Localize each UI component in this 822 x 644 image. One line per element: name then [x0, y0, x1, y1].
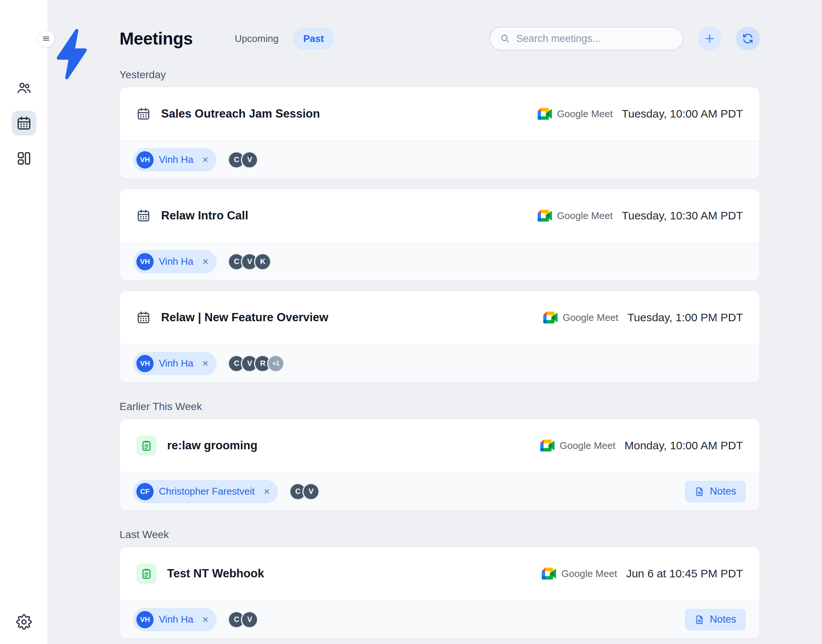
- plus-icon: [704, 32, 716, 44]
- notes-icon: [137, 435, 157, 456]
- meeting-card-header: Relaw Intro Call Google Meet Tuesday, 10…: [120, 189, 759, 242]
- sidebar-toggle-button[interactable]: [37, 30, 55, 47]
- participant-avatar: V: [241, 611, 258, 628]
- attendee-chip-name: Christopher Farestveit: [159, 486, 255, 497]
- notes-button[interactable]: Notes: [685, 481, 746, 503]
- attendee-chip[interactable]: CF Christopher Farestveit ×: [134, 480, 278, 503]
- meeting-card-footer: VH Vinh Ha × C V: [120, 140, 759, 179]
- participant-avatar: K: [254, 253, 271, 270]
- meeting-card[interactable]: Relaw | New Feature Overview Google Meet…: [120, 291, 760, 383]
- section-label: Earlier This Week: [120, 401, 760, 412]
- meeting-title: Sales Outreach Jam Session: [161, 107, 320, 121]
- meeting-time: Tuesday, 10:00 AM PDT: [622, 107, 743, 120]
- attendee-chip-avatar: VH: [137, 611, 154, 628]
- meeting-card[interactable]: Sales Outreach Jam Session Google Meet T…: [120, 87, 760, 179]
- refresh-button[interactable]: [736, 27, 760, 51]
- tab-upcoming[interactable]: Upcoming: [224, 28, 289, 50]
- remove-attendee-icon[interactable]: ×: [202, 155, 208, 165]
- gear-icon: [16, 614, 32, 630]
- participant-avatars: C V: [228, 151, 258, 169]
- meeting-card[interactable]: Test NT Webhook Google Meet Jun 6 at 10:…: [120, 547, 760, 639]
- meeting-card-footer: CF Christopher Farestveit × C V Notes: [120, 472, 759, 510]
- attendee-chip-avatar: VH: [137, 253, 154, 270]
- meeting-provider: Google Meet: [561, 568, 617, 580]
- attendee-chip-avatar: VH: [137, 151, 154, 169]
- calendar-icon: [137, 209, 151, 223]
- people-icon: [16, 80, 32, 96]
- remove-attendee-icon[interactable]: ×: [264, 486, 270, 497]
- calendar-icon: [16, 115, 32, 131]
- meeting-card-footer: VH Vinh Ha × C V Notes: [120, 600, 759, 638]
- participant-avatars: C V: [228, 611, 258, 628]
- refresh-icon: [742, 32, 754, 44]
- attendee-chip-name: Vinh Ha: [159, 154, 193, 166]
- meeting-provider: Google Meet: [563, 312, 619, 324]
- page-header: Meetings Upcoming Past: [120, 26, 760, 51]
- attendee-chip-name: Vinh Ha: [159, 357, 193, 369]
- sidebar-nav: [12, 76, 36, 171]
- attendee-chip[interactable]: VH Vinh Ha ×: [134, 250, 217, 273]
- google-meet-icon: [543, 311, 558, 324]
- meeting-card-header: Sales Outreach Jam Session Google Meet T…: [120, 87, 759, 140]
- meeting-time: Jun 6 at 10:45 PM PDT: [626, 567, 743, 580]
- main-content: Meetings Upcoming Past Yesterday Sales O…: [48, 0, 822, 639]
- attendee-chip-avatar: CF: [137, 483, 154, 500]
- tab-past[interactable]: Past: [293, 28, 334, 50]
- notes-button-label: Notes: [710, 486, 736, 497]
- meeting-card[interactable]: re:law grooming Google Meet Monday, 10:0…: [120, 419, 760, 511]
- meeting-title: Relaw | New Feature Overview: [161, 311, 328, 324]
- sidebar-item-boards[interactable]: [12, 146, 36, 171]
- meeting-time: Tuesday, 10:30 AM PDT: [622, 209, 743, 222]
- kanban-icon: [16, 150, 32, 166]
- remove-attendee-icon[interactable]: ×: [202, 256, 208, 267]
- attendee-chip[interactable]: VH Vinh Ha ×: [134, 352, 217, 375]
- google-meet-icon: [538, 108, 552, 120]
- remove-attendee-icon[interactable]: ×: [202, 615, 208, 625]
- meeting-card-header: Test NT Webhook Google Meet Jun 6 at 10:…: [120, 547, 759, 600]
- attendee-chip[interactable]: VH Vinh Ha ×: [134, 148, 217, 172]
- meeting-title: re:law grooming: [167, 439, 257, 452]
- participant-avatar: V: [241, 151, 258, 169]
- search-icon: [500, 33, 510, 44]
- sidebar-item-meetings[interactable]: [12, 111, 36, 135]
- search-box[interactable]: [489, 27, 684, 51]
- attendee-chip-name: Vinh Ha: [159, 614, 193, 625]
- add-meeting-button[interactable]: [698, 27, 722, 51]
- sidebar-item-people[interactable]: [12, 76, 36, 100]
- attendee-chip[interactable]: VH Vinh Ha ×: [134, 608, 217, 631]
- settings-button[interactable]: [12, 610, 36, 634]
- meeting-card-header: Relaw | New Feature Overview Google Meet…: [120, 291, 759, 344]
- google-meet-icon: [542, 567, 556, 580]
- notes-button[interactable]: Notes: [685, 609, 746, 630]
- meeting-card[interactable]: Relaw Intro Call Google Meet Tuesday, 10…: [120, 189, 760, 281]
- hamburger-icon: [42, 34, 50, 43]
- participant-avatars: C V K: [228, 253, 271, 270]
- notes-icon: [137, 563, 157, 584]
- attendee-chip-name: Vinh Ha: [159, 256, 193, 267]
- participant-avatars: C V: [289, 483, 320, 500]
- section-label: Last Week: [120, 529, 760, 541]
- meeting-time: Tuesday, 1:00 PM PDT: [628, 311, 743, 324]
- meetings-tabs: Upcoming Past: [224, 28, 334, 50]
- document-icon: [694, 615, 704, 624]
- meeting-provider: Google Meet: [557, 210, 613, 222]
- app-logo-icon: [15, 26, 32, 43]
- meeting-card-header: re:law grooming Google Meet Monday, 10:0…: [120, 419, 759, 472]
- participant-avatar: V: [302, 483, 320, 500]
- notes-button-label: Notes: [710, 614, 736, 625]
- header-actions: [489, 27, 760, 51]
- google-meet-icon: [540, 440, 555, 452]
- meeting-time: Monday, 10:00 AM PDT: [625, 439, 743, 452]
- meeting-card-footer: VH Vinh Ha × C V K: [120, 242, 759, 281]
- meeting-title: Test NT Webhook: [167, 567, 264, 580]
- attendee-chip-avatar: VH: [137, 355, 154, 372]
- remove-attendee-icon[interactable]: ×: [202, 358, 208, 369]
- search-input[interactable]: [516, 33, 673, 44]
- calendar-icon: [137, 310, 151, 325]
- google-meet-icon: [538, 210, 552, 222]
- section-label: Yesterday: [120, 69, 760, 81]
- meeting-title: Relaw Intro Call: [161, 209, 248, 222]
- participant-avatar-more: +1: [267, 355, 284, 372]
- document-icon: [694, 487, 704, 497]
- meeting-provider: Google Meet: [560, 440, 616, 452]
